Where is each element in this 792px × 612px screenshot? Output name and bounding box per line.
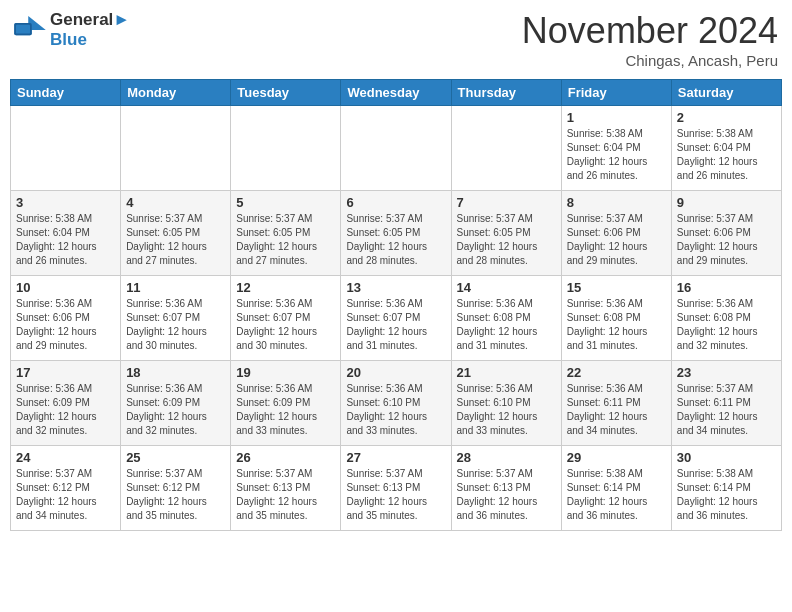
day-info: Sunrise: 5:36 AM Sunset: 6:06 PM Dayligh… xyxy=(16,297,115,353)
calendar-cell: 10Sunrise: 5:36 AM Sunset: 6:06 PM Dayli… xyxy=(11,276,121,361)
day-info: Sunrise: 5:36 AM Sunset: 6:08 PM Dayligh… xyxy=(457,297,556,353)
calendar-cell: 19Sunrise: 5:36 AM Sunset: 6:09 PM Dayli… xyxy=(231,361,341,446)
day-info: Sunrise: 5:37 AM Sunset: 6:13 PM Dayligh… xyxy=(457,467,556,523)
calendar-cell: 29Sunrise: 5:38 AM Sunset: 6:14 PM Dayli… xyxy=(561,446,671,531)
day-number: 7 xyxy=(457,195,556,210)
day-number: 18 xyxy=(126,365,225,380)
calendar-cell: 25Sunrise: 5:37 AM Sunset: 6:12 PM Dayli… xyxy=(121,446,231,531)
logo-icon xyxy=(14,16,46,44)
day-info: Sunrise: 5:36 AM Sunset: 6:07 PM Dayligh… xyxy=(346,297,445,353)
day-number: 28 xyxy=(457,450,556,465)
weekday-header-tuesday: Tuesday xyxy=(231,80,341,106)
day-number: 22 xyxy=(567,365,666,380)
day-number: 20 xyxy=(346,365,445,380)
day-number: 11 xyxy=(126,280,225,295)
day-info: Sunrise: 5:36 AM Sunset: 6:07 PM Dayligh… xyxy=(126,297,225,353)
day-number: 5 xyxy=(236,195,335,210)
day-number: 21 xyxy=(457,365,556,380)
day-number: 13 xyxy=(346,280,445,295)
svg-rect-3 xyxy=(16,25,30,34)
day-info: Sunrise: 5:38 AM Sunset: 6:04 PM Dayligh… xyxy=(567,127,666,183)
day-info: Sunrise: 5:37 AM Sunset: 6:05 PM Dayligh… xyxy=(126,212,225,268)
weekday-header-saturday: Saturday xyxy=(671,80,781,106)
weekday-header-monday: Monday xyxy=(121,80,231,106)
weekday-header-wednesday: Wednesday xyxy=(341,80,451,106)
day-number: 29 xyxy=(567,450,666,465)
day-number: 1 xyxy=(567,110,666,125)
day-info: Sunrise: 5:37 AM Sunset: 6:06 PM Dayligh… xyxy=(677,212,776,268)
page-header: General► Blue November 2024 Chingas, Anc… xyxy=(10,10,782,69)
day-info: Sunrise: 5:37 AM Sunset: 6:05 PM Dayligh… xyxy=(457,212,556,268)
weekday-header-thursday: Thursday xyxy=(451,80,561,106)
day-number: 4 xyxy=(126,195,225,210)
calendar-cell: 11Sunrise: 5:36 AM Sunset: 6:07 PM Dayli… xyxy=(121,276,231,361)
day-info: Sunrise: 5:37 AM Sunset: 6:11 PM Dayligh… xyxy=(677,382,776,438)
day-number: 3 xyxy=(16,195,115,210)
calendar-cell: 13Sunrise: 5:36 AM Sunset: 6:07 PM Dayli… xyxy=(341,276,451,361)
calendar-cell: 8Sunrise: 5:37 AM Sunset: 6:06 PM Daylig… xyxy=(561,191,671,276)
calendar-cell: 5Sunrise: 5:37 AM Sunset: 6:05 PM Daylig… xyxy=(231,191,341,276)
calendar-cell: 23Sunrise: 5:37 AM Sunset: 6:11 PM Dayli… xyxy=(671,361,781,446)
day-info: Sunrise: 5:36 AM Sunset: 6:08 PM Dayligh… xyxy=(677,297,776,353)
day-info: Sunrise: 5:37 AM Sunset: 6:05 PM Dayligh… xyxy=(236,212,335,268)
calendar-cell: 30Sunrise: 5:38 AM Sunset: 6:14 PM Dayli… xyxy=(671,446,781,531)
calendar-cell xyxy=(451,106,561,191)
calendar-cell: 16Sunrise: 5:36 AM Sunset: 6:08 PM Dayli… xyxy=(671,276,781,361)
day-number: 6 xyxy=(346,195,445,210)
calendar-cell xyxy=(121,106,231,191)
day-info: Sunrise: 5:36 AM Sunset: 6:07 PM Dayligh… xyxy=(236,297,335,353)
day-info: Sunrise: 5:37 AM Sunset: 6:05 PM Dayligh… xyxy=(346,212,445,268)
day-number: 8 xyxy=(567,195,666,210)
calendar-cell: 24Sunrise: 5:37 AM Sunset: 6:12 PM Dayli… xyxy=(11,446,121,531)
day-info: Sunrise: 5:36 AM Sunset: 6:08 PM Dayligh… xyxy=(567,297,666,353)
location-subtitle: Chingas, Ancash, Peru xyxy=(522,52,778,69)
calendar-cell: 20Sunrise: 5:36 AM Sunset: 6:10 PM Dayli… xyxy=(341,361,451,446)
calendar-cell: 7Sunrise: 5:37 AM Sunset: 6:05 PM Daylig… xyxy=(451,191,561,276)
day-number: 17 xyxy=(16,365,115,380)
calendar-title-block: November 2024 Chingas, Ancash, Peru xyxy=(522,10,778,69)
day-number: 25 xyxy=(126,450,225,465)
day-info: Sunrise: 5:37 AM Sunset: 6:06 PM Dayligh… xyxy=(567,212,666,268)
calendar-cell: 18Sunrise: 5:36 AM Sunset: 6:09 PM Dayli… xyxy=(121,361,231,446)
day-number: 15 xyxy=(567,280,666,295)
calendar-cell: 4Sunrise: 5:37 AM Sunset: 6:05 PM Daylig… xyxy=(121,191,231,276)
day-number: 2 xyxy=(677,110,776,125)
day-info: Sunrise: 5:36 AM Sunset: 6:10 PM Dayligh… xyxy=(457,382,556,438)
calendar-cell: 2Sunrise: 5:38 AM Sunset: 6:04 PM Daylig… xyxy=(671,106,781,191)
calendar-cell: 14Sunrise: 5:36 AM Sunset: 6:08 PM Dayli… xyxy=(451,276,561,361)
calendar-cell: 17Sunrise: 5:36 AM Sunset: 6:09 PM Dayli… xyxy=(11,361,121,446)
logo-text: General► Blue xyxy=(50,10,130,50)
day-info: Sunrise: 5:36 AM Sunset: 6:09 PM Dayligh… xyxy=(126,382,225,438)
day-number: 10 xyxy=(16,280,115,295)
weekday-header-friday: Friday xyxy=(561,80,671,106)
day-number: 26 xyxy=(236,450,335,465)
day-info: Sunrise: 5:38 AM Sunset: 6:04 PM Dayligh… xyxy=(677,127,776,183)
logo: General► Blue xyxy=(14,10,130,50)
calendar-cell xyxy=(231,106,341,191)
day-number: 12 xyxy=(236,280,335,295)
day-info: Sunrise: 5:37 AM Sunset: 6:13 PM Dayligh… xyxy=(236,467,335,523)
day-number: 23 xyxy=(677,365,776,380)
calendar-cell xyxy=(11,106,121,191)
calendar-cell: 28Sunrise: 5:37 AM Sunset: 6:13 PM Dayli… xyxy=(451,446,561,531)
calendar-cell xyxy=(341,106,451,191)
calendar-cell: 1Sunrise: 5:38 AM Sunset: 6:04 PM Daylig… xyxy=(561,106,671,191)
day-number: 9 xyxy=(677,195,776,210)
day-info: Sunrise: 5:36 AM Sunset: 6:10 PM Dayligh… xyxy=(346,382,445,438)
day-number: 16 xyxy=(677,280,776,295)
day-info: Sunrise: 5:38 AM Sunset: 6:14 PM Dayligh… xyxy=(677,467,776,523)
day-info: Sunrise: 5:37 AM Sunset: 6:13 PM Dayligh… xyxy=(346,467,445,523)
day-number: 14 xyxy=(457,280,556,295)
weekday-header-sunday: Sunday xyxy=(11,80,121,106)
day-info: Sunrise: 5:36 AM Sunset: 6:09 PM Dayligh… xyxy=(236,382,335,438)
calendar-table: SundayMondayTuesdayWednesdayThursdayFrid… xyxy=(10,79,782,531)
day-info: Sunrise: 5:36 AM Sunset: 6:09 PM Dayligh… xyxy=(16,382,115,438)
calendar-cell: 26Sunrise: 5:37 AM Sunset: 6:13 PM Dayli… xyxy=(231,446,341,531)
calendar-cell: 3Sunrise: 5:38 AM Sunset: 6:04 PM Daylig… xyxy=(11,191,121,276)
calendar-cell: 21Sunrise: 5:36 AM Sunset: 6:10 PM Dayli… xyxy=(451,361,561,446)
month-year-title: November 2024 xyxy=(522,10,778,52)
day-info: Sunrise: 5:38 AM Sunset: 6:04 PM Dayligh… xyxy=(16,212,115,268)
calendar-cell: 22Sunrise: 5:36 AM Sunset: 6:11 PM Dayli… xyxy=(561,361,671,446)
calendar-cell: 27Sunrise: 5:37 AM Sunset: 6:13 PM Dayli… xyxy=(341,446,451,531)
day-info: Sunrise: 5:37 AM Sunset: 6:12 PM Dayligh… xyxy=(16,467,115,523)
